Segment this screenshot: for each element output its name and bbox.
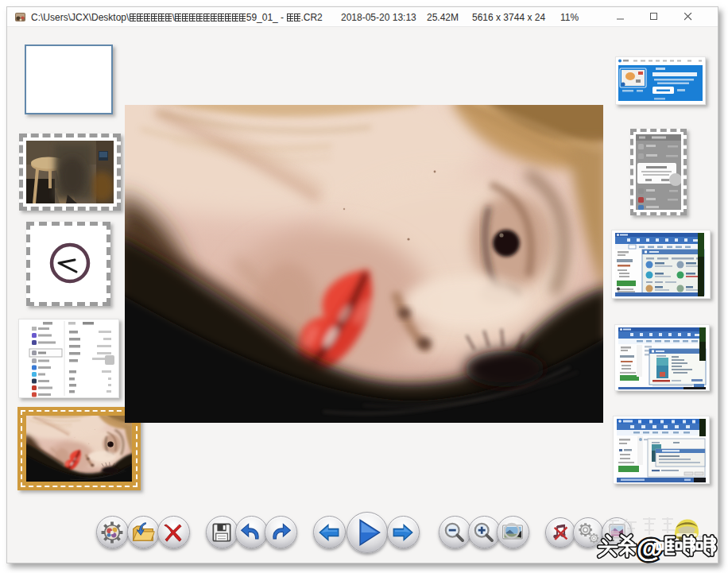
- svg-text:@: @: [637, 532, 663, 563]
